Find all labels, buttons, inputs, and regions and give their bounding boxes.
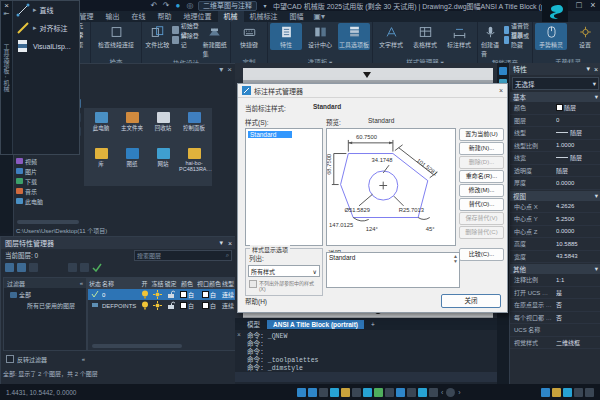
layer-unlock-icon[interactable] — [167, 301, 175, 310]
desktop-item[interactable]: hai-bo-PC4813RA… — [179, 148, 209, 172]
rename-style-button[interactable]: 重命名(R)... — [459, 170, 504, 183]
fullscreen-icon[interactable] — [585, 388, 594, 397]
dyn-input-icon[interactable] — [374, 388, 383, 397]
workspace-icon[interactable] — [429, 388, 438, 397]
create-voice-button[interactable]: 创建语音 — [480, 23, 502, 59]
filter-all[interactable]: 全部 — [4, 288, 86, 299]
tool-palette-close-icon[interactable]: × — [4, 1, 9, 10]
pin-icon[interactable]: ⇤ — [4, 10, 10, 18]
explorer-close-icon[interactable]: × — [227, 65, 232, 74]
dialog-close-button[interactable]: 关闭 — [441, 294, 501, 308]
xref-checkbox[interactable] — [249, 280, 257, 288]
maximize-button[interactable]: □ — [572, 0, 586, 11]
prop-row-layer[interactable]: 图层0 — [510, 115, 600, 128]
new-style-button[interactable]: 新建(N)... — [459, 142, 504, 155]
layer-minimize-icon[interactable]: ▾ — [219, 239, 223, 247]
annotation-icon[interactable] — [418, 388, 427, 397]
layer-color-cell[interactable]: 白 — [177, 290, 197, 299]
section-view[interactable]: 视图▾ — [510, 191, 600, 201]
layer-color-cell[interactable]: 白 — [177, 301, 197, 310]
layer-unlock-icon[interactable] — [167, 290, 175, 299]
prop-row-center-x[interactable]: 中心点 X4.2626 — [510, 201, 600, 214]
otrack-icon[interactable] — [352, 388, 361, 397]
modify-style-button[interactable]: 修改(M)... — [459, 184, 504, 197]
command-window[interactable]: × 命令: _QNEW 命令: 命令: 命令: _toolpalettes 命令… — [235, 330, 497, 384]
section-misc[interactable]: 其他▾ — [510, 264, 600, 274]
layer-row-1[interactable]: DEFPOINTS 白 白 连续 — [88, 300, 235, 311]
redo-icon[interactable]: ↷ — [162, 2, 170, 10]
new-layer-vp-icon[interactable] — [17, 263, 26, 272]
command-input-line[interactable] — [235, 372, 497, 382]
grid-icon[interactable] — [308, 388, 317, 397]
section-general[interactable]: 基本▾ — [510, 92, 600, 102]
model-space-icon[interactable] — [541, 388, 550, 397]
dialog-title-bar[interactable]: 标注样式管理器 × — [238, 84, 507, 98]
invert-filter-checkbox[interactable] — [6, 355, 14, 363]
refresh-icon[interactable] — [80, 263, 89, 272]
tool-palettes-button[interactable]: 工具选项板 — [338, 23, 370, 50]
prop-row-height[interactable]: 高度10.5885 — [510, 238, 600, 251]
ducs-icon[interactable] — [363, 388, 372, 397]
layer-table-h-scrollbar[interactable] — [92, 344, 182, 348]
properties-palette-button[interactable]: 特性 — [270, 23, 302, 50]
transparency-icon[interactable] — [396, 388, 405, 397]
workspace-switcher[interactable]: 二维草图与注释 — [198, 1, 257, 11]
command-close-icon[interactable]: × — [237, 332, 241, 339]
tab-mechanical[interactable]: 机械 — [218, 11, 244, 22]
desktop-item[interactable]: 回收站 — [148, 112, 178, 132]
prop-row-thickness[interactable]: 厚度0.0000 — [510, 177, 600, 190]
set-current-icon[interactable] — [68, 263, 77, 272]
plot-icon[interactable]: ● — [174, 2, 182, 10]
new-layer-icon[interactable] — [5, 263, 14, 272]
desktop-item[interactable]: 图纸 — [117, 148, 147, 168]
desktop-item[interactable]: 此电脑 — [86, 112, 116, 132]
desktop-item[interactable]: 库 — [86, 148, 116, 168]
explorer-minimize-icon[interactable]: ▾ — [219, 65, 223, 74]
prop-row-linetype[interactable]: 线型随层 — [510, 127, 600, 140]
layer-vp-color-cell[interactable]: 白 — [197, 290, 221, 299]
collapse-icon[interactable]: « — [80, 280, 83, 286]
table-style-button[interactable]: 表格样式 — [409, 23, 441, 50]
close-button[interactable]: × — [586, 0, 600, 11]
filter-used-layers[interactable]: 所有已使用的图层 — [4, 299, 86, 310]
lineweight-icon[interactable] — [385, 388, 394, 397]
set-current-button[interactable]: 置为当前(U) — [459, 128, 504, 141]
autoscale-icon[interactable] — [574, 388, 583, 397]
tree-item-music[interactable]: 音乐 — [16, 186, 80, 196]
tree-item-downloads[interactable]: 下载 — [16, 176, 80, 186]
desktop-item[interactable]: 主文件夹 — [117, 112, 147, 132]
prop-row-ucs-name[interactable]: UCS 名称 — [510, 324, 600, 337]
next-icon[interactable]: › — [458, 389, 460, 396]
gesture-button[interactable]: 手势精灵 — [535, 23, 567, 50]
osnap-icon[interactable] — [341, 388, 350, 397]
tab-online[interactable]: 在线 — [126, 11, 152, 22]
tool-aligned-dim[interactable]: ▸对齐标注 — [13, 19, 79, 37]
prop-row-center-z[interactable]: 中心点 Z0.0000 — [510, 226, 600, 239]
gesture-settings-button[interactable]: 设置 — [569, 23, 600, 50]
new-layout-button[interactable]: + — [365, 320, 381, 329]
check-segment-button[interactable]: 检查线段连接 — [93, 23, 139, 50]
list-filter-select[interactable]: 所有样式∨ — [248, 265, 320, 277]
layer-on-bulb-icon[interactable] — [141, 301, 149, 310]
prop-row-ucs-on[interactable]: 打开 UCS …是 — [510, 287, 600, 300]
tab-title-block[interactable]: 图幅 — [284, 11, 310, 22]
layer-linetype-cell[interactable]: 连续 — [221, 290, 235, 299]
voice-toggle-button[interactable]: 显示或隐藏 — [504, 35, 530, 44]
layer-close-icon[interactable]: × — [228, 240, 232, 247]
help-link[interactable]: 帮助(H) — [245, 296, 267, 306]
ortho-icon[interactable] — [319, 388, 328, 397]
model-tab[interactable]: 模型 — [241, 318, 266, 330]
layer-on-bulb-icon[interactable] — [141, 290, 149, 299]
collapse-icon[interactable]: « — [82, 356, 88, 362]
desktop-item[interactable]: 控制面板 — [179, 112, 209, 132]
tool-visuallisp[interactable]: VisualLisp... — [13, 37, 79, 55]
properties-minimize-icon[interactable]: ▾ — [586, 65, 590, 73]
spinner-icons[interactable]: ▲▼ — [453, 254, 458, 264]
explorer-h-scrollbar[interactable] — [17, 220, 79, 224]
tree-item-computer[interactable]: 此电脑 — [16, 196, 80, 206]
layer-thaw-sun-icon[interactable] — [153, 290, 162, 299]
dim-style-button[interactable]: 标注样式 — [443, 23, 475, 50]
layer-linetype-cell[interactable]: 连续 — [221, 301, 235, 310]
delete-layer-icon[interactable] — [29, 263, 38, 272]
find-icon[interactable]: ◎ — [186, 2, 194, 10]
